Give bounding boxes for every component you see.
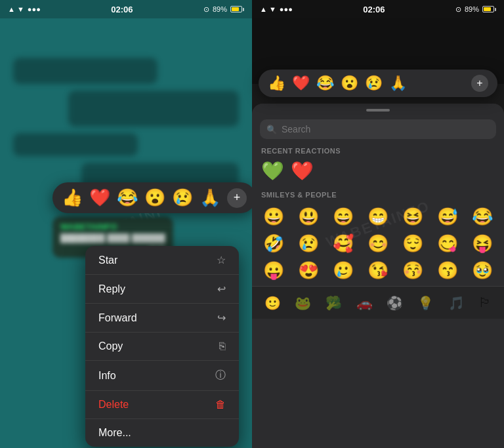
emoji-sweat-smile[interactable]: 😅 xyxy=(430,204,464,230)
right-location-icon: ⊙ xyxy=(455,5,461,14)
battery-percent-left: 89% xyxy=(213,5,227,13)
left-panel: ▲ ▼ ●●● 02:06 ⊙ 89% WABETAINFO 👍 ❤️ 😂 😮 … xyxy=(0,0,252,448)
reaction-cry[interactable]: 😢 xyxy=(172,188,193,208)
battery-percent-right: 89% xyxy=(465,5,479,13)
mini-pray[interactable]: 🙏 xyxy=(389,75,407,92)
right-battery-group: ⊙ 89% xyxy=(455,5,496,14)
reaction-thumbsup[interactable]: 👍 xyxy=(62,188,83,208)
menu-label-forward: Forward xyxy=(98,312,137,324)
emoji-reaction-bar[interactable]: 👍 ❤️ 😂 😮 😢 🙏 + xyxy=(52,182,252,213)
search-placeholder[interactable]: Search xyxy=(282,124,310,134)
recent-reactions-row[interactable]: 💚 ❤️ xyxy=(252,157,504,187)
reaction-laugh[interactable]: 😂 xyxy=(117,188,138,208)
mini-heart[interactable]: ❤️ xyxy=(292,75,310,92)
cat-food-icon[interactable]: 🥦 xyxy=(326,295,342,311)
picker-category-bar: 🙂 🐸 🥦 🚗 ⚽ 💡 🎵 🏳 xyxy=(252,286,504,319)
info-icon: ⓘ xyxy=(215,369,226,382)
reaction-heart[interactable]: ❤️ xyxy=(89,188,110,208)
forward-icon: ↪ xyxy=(217,312,226,324)
emoji-yum[interactable]: 😋 xyxy=(430,231,464,256)
reply-icon: ↩ xyxy=(217,283,226,295)
mini-wow[interactable]: 😮 xyxy=(341,75,358,92)
menu-item-delete[interactable]: Delete 🗑 xyxy=(85,391,239,419)
picker-handle xyxy=(366,109,390,112)
mini-cry[interactable]: 😢 xyxy=(365,75,383,92)
smileys-grid: 😀 😃 😄 😁 😆 😅 😂 🤣 😢 🥰 😊 😌 😋 😝 😛 😍 🥲 😘 😚 😙 … xyxy=(252,201,504,286)
emoji-laughing[interactable]: 😆 xyxy=(396,204,429,230)
emoji-squinting[interactable]: 😝 xyxy=(465,231,499,256)
emoji-kissing[interactable]: 😙 xyxy=(430,258,464,283)
cat-animals-icon[interactable]: 🐸 xyxy=(295,295,311,311)
emoji-rolling[interactable]: 🤣 xyxy=(257,231,291,256)
emoji-grin[interactable]: 😃 xyxy=(292,204,326,230)
menu-label-delete: Delete xyxy=(98,399,129,411)
emoji-rofl[interactable]: 😂 xyxy=(465,204,499,230)
emoji-smiling-hearts[interactable]: 🥰 xyxy=(327,231,360,256)
mini-more-button[interactable]: + xyxy=(471,75,488,92)
emoji-picker: 🔍 Search RECENT REACTIONS 💚 ❤️ SMILEYS &… xyxy=(252,104,504,448)
emoji-stuck-out-tongue[interactable]: 😛 xyxy=(257,258,291,283)
recent-red-heart[interactable]: ❤️ xyxy=(291,160,314,182)
cat-smileys-icon[interactable]: 🙂 xyxy=(264,295,281,311)
dark-top-area: 👍 ❤️ 😂 😮 😢 🙏 + xyxy=(252,18,504,84)
right-time: 02:06 xyxy=(363,5,385,14)
status-bar-left: ▲ ▼ ●●● 02:06 ⊙ 89% xyxy=(0,0,252,18)
more-reactions-button[interactable]: + xyxy=(227,188,247,208)
reaction-pray[interactable]: 🙏 xyxy=(200,188,220,208)
emoji-kissing-closed[interactable]: 😚 xyxy=(396,258,429,283)
cat-flags-icon[interactable]: 🏳 xyxy=(478,295,492,310)
mini-laugh[interactable]: 😂 xyxy=(316,75,334,92)
menu-item-info[interactable]: Info ⓘ xyxy=(85,361,239,391)
wifi-icon: ▲ ▼ xyxy=(8,5,24,13)
emoji-beaming[interactable]: 😁 xyxy=(362,204,395,230)
emoji-kissing-heart[interactable]: 😘 xyxy=(362,258,395,283)
smileys-section-label: SMILEYS & PEOPLE xyxy=(252,187,504,201)
search-icon: 🔍 xyxy=(266,125,277,134)
signal-icon: ●●● xyxy=(28,5,41,13)
recent-section-label: RECENT REACTIONS xyxy=(252,143,504,157)
star-icon: ☆ xyxy=(217,254,226,266)
message-text: ████████ ████ ██████ xyxy=(60,234,165,243)
emoji-search-bar[interactable]: 🔍 Search xyxy=(260,119,496,139)
menu-label-copy: Copy xyxy=(98,340,123,352)
status-bar-right: ▲ ▼ ●●● 02:06 ⊙ 89% xyxy=(252,0,504,18)
menu-item-more[interactable]: More... xyxy=(85,419,239,447)
right-wifi-icon: ▲ ▼ xyxy=(260,5,276,13)
menu-label-reply: Reply xyxy=(98,283,125,295)
left-time: 02:06 xyxy=(111,5,133,14)
emoji-holding-back-tears[interactable]: 🥲 xyxy=(327,258,360,283)
cat-objects-icon[interactable]: 💡 xyxy=(417,295,434,311)
blur-msg-1 xyxy=(13,58,158,84)
battery-icon-left xyxy=(230,6,244,12)
emoji-heart-eyes[interactable]: 😍 xyxy=(292,258,326,283)
blurred-messages xyxy=(13,58,239,201)
emoji-mini-bar[interactable]: 👍 ❤️ 😂 😮 😢 🙏 + xyxy=(259,70,497,97)
mini-thumbsup[interactable]: 👍 xyxy=(268,75,285,92)
menu-item-forward[interactable]: Forward ↪ xyxy=(85,304,239,333)
recent-green-heart[interactable]: 💚 xyxy=(261,160,284,182)
battery-icon-right xyxy=(482,6,496,12)
menu-item-reply[interactable]: Reply ↩ xyxy=(85,275,239,304)
message-sender: WABETAINFO xyxy=(60,222,165,232)
context-menu: Star ☆ Reply ↩ Forward ↪ Copy ⎘ Info ⓘ D… xyxy=(85,246,239,447)
menu-item-star[interactable]: Star ☆ xyxy=(85,246,239,275)
reaction-wow[interactable]: 😮 xyxy=(144,188,165,208)
emoji-face-holding-back[interactable]: 🥹 xyxy=(465,258,499,283)
copy-icon: ⎘ xyxy=(219,340,226,352)
emoji-grinning[interactable]: 😀 xyxy=(257,204,291,230)
emoji-blush[interactable]: 😊 xyxy=(362,231,395,256)
emoji-smile[interactable]: 😄 xyxy=(327,204,360,230)
location-icon: ⊙ xyxy=(203,5,209,14)
emoji-relieved[interactable]: 😌 xyxy=(396,231,429,256)
right-panel: ▲ ▼ ●●● 02:06 ⊙ 89% 👍 ❤️ 😂 😮 😢 🙏 + xyxy=(252,0,504,448)
menu-label-info: Info xyxy=(98,370,116,382)
right-signal-icon: ●●● xyxy=(280,5,293,13)
right-signal-icons: ▲ ▼ ●●● xyxy=(260,5,293,13)
emoji-cry[interactable]: 😢 xyxy=(292,231,326,256)
menu-item-copy[interactable]: Copy ⎘ xyxy=(85,333,239,361)
signal-icons: ▲ ▼ ●●● xyxy=(8,5,41,13)
cat-activities-icon[interactable]: ⚽ xyxy=(387,295,403,311)
delete-icon: 🗑 xyxy=(215,399,226,411)
cat-symbols-icon[interactable]: 🎵 xyxy=(448,295,465,311)
cat-travel-icon[interactable]: 🚗 xyxy=(356,295,373,311)
